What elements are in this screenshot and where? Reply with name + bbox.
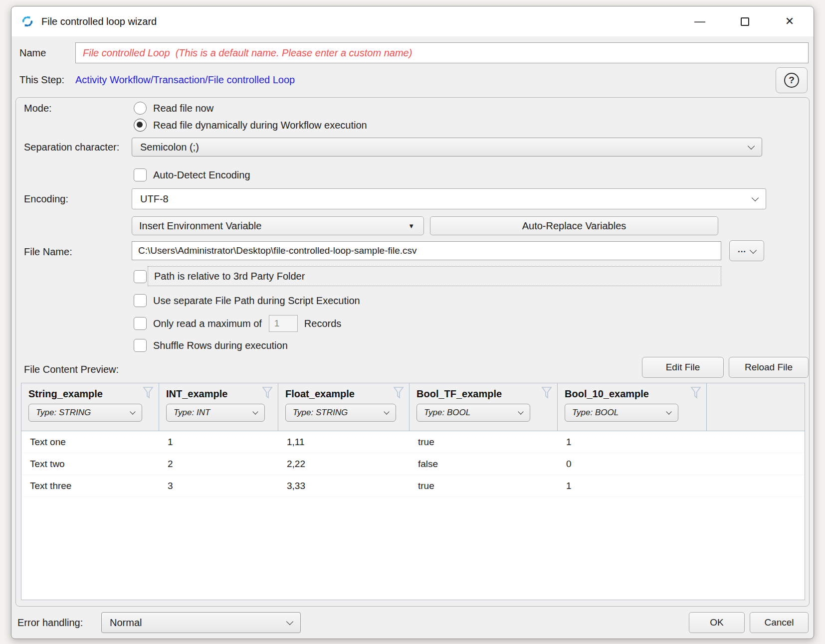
step-path-link[interactable]: Activity Workflow/Transaction/File contr… xyxy=(75,74,295,86)
close-icon: ✕ xyxy=(785,15,794,28)
error-handling-label: Error handling: xyxy=(17,617,101,629)
minimize-button[interactable]: — xyxy=(684,10,716,32)
chevron-down-icon xyxy=(752,194,759,201)
filter-icon[interactable] xyxy=(393,386,404,399)
window-controls: — ✕ xyxy=(684,10,806,32)
titlebar: File controlled loop wizard — ✕ xyxy=(11,6,814,36)
file-name-input[interactable] xyxy=(132,241,721,260)
shuffle-rows-checkbox[interactable]: Shuffle Rows during execution xyxy=(134,339,288,352)
table-row[interactable]: Text two 2 2,22 false 0 xyxy=(21,453,805,475)
auto-replace-variables-button[interactable]: Auto-Replace Variables xyxy=(430,216,718,235)
separate-path-checkbox[interactable]: Use separate File Path during Script Exe… xyxy=(134,294,360,307)
column-type-select[interactable]: Type: STRING xyxy=(285,404,396,422)
table-body: Text one 1 1,11 true 1 Text two 2 2,22 f… xyxy=(21,431,805,600)
max-records-input[interactable] xyxy=(269,315,298,332)
window-title: File controlled loop wizard xyxy=(41,16,157,27)
help-icon: ? xyxy=(784,73,799,88)
separation-character-label: Separation character: xyxy=(24,142,119,153)
close-button[interactable]: ✕ xyxy=(774,10,806,32)
loop-icon xyxy=(20,14,34,28)
settings-groupbox: Mode: Read file now Read file dynamicall… xyxy=(15,97,810,607)
chevron-down-icon xyxy=(748,142,755,149)
path-relative-checkbox[interactable] xyxy=(134,270,147,283)
this-step-row: This Step: Activity Workflow/Transaction… xyxy=(19,68,809,91)
browse-file-button[interactable]: ... xyxy=(729,240,764,261)
filter-icon[interactable] xyxy=(541,386,552,399)
checkbox-icon xyxy=(134,294,147,307)
radio-selected-icon xyxy=(134,119,147,132)
reload-file-button[interactable]: Reload File xyxy=(729,357,809,378)
column-header-float-example[interactable]: Float_example Type: STRING xyxy=(278,383,410,431)
column-header-empty xyxy=(707,383,805,431)
checkbox-icon xyxy=(134,339,147,352)
column-header-bool-10-example[interactable]: Bool_10_example Type: BOOL xyxy=(558,383,707,431)
minimize-icon: — xyxy=(694,15,705,28)
encoding-label: Encoding: xyxy=(24,193,68,205)
edit-file-button[interactable]: Edit File xyxy=(642,357,724,378)
radio-icon xyxy=(134,102,147,115)
column-type-select[interactable]: Type: BOOL xyxy=(416,404,530,422)
ellipsis-icon: ... xyxy=(738,245,746,255)
cancel-button[interactable]: Cancel xyxy=(750,612,809,633)
name-label: Name xyxy=(19,47,75,59)
filter-icon[interactable] xyxy=(690,386,701,399)
max-records-row: Only read a maximum of Records xyxy=(134,314,341,333)
file-content-preview-label: File Content Preview: xyxy=(24,364,119,375)
encoding-combobox[interactable]: UTF-8 xyxy=(132,188,766,209)
name-input[interactable] xyxy=(75,42,809,63)
error-handling-select[interactable]: Normal xyxy=(101,612,301,633)
chevron-down-icon xyxy=(130,409,135,414)
maximize-button[interactable] xyxy=(729,10,761,32)
mode-radio-group: Read file now Read file dynamically duri… xyxy=(134,100,367,134)
chevron-down-icon xyxy=(286,618,293,625)
maximize-icon xyxy=(741,17,749,26)
column-header-string-example[interactable]: String_example Type: STRING xyxy=(21,383,159,431)
filter-icon[interactable] xyxy=(262,386,273,399)
chevron-down-icon xyxy=(750,247,757,254)
file-content-preview-table: String_example Type: STRING INT_example … xyxy=(21,383,805,600)
column-type-select[interactable]: Type: INT xyxy=(166,404,265,422)
separation-character-select[interactable]: Semicolon (;) xyxy=(132,138,762,157)
radio-read-file-now[interactable]: Read file now xyxy=(134,100,367,117)
column-type-select[interactable]: Type: STRING xyxy=(28,404,142,422)
mode-label: Mode: xyxy=(24,103,52,114)
chevron-down-icon xyxy=(384,409,389,414)
max-records-checkbox[interactable] xyxy=(134,317,147,330)
table-row[interactable]: Text three 3 3,33 true 1 xyxy=(21,475,805,497)
checkbox-icon xyxy=(134,168,147,181)
column-type-select[interactable]: Type: BOOL xyxy=(565,404,678,422)
help-button[interactable]: ? xyxy=(776,67,808,93)
file-name-label: File Name: xyxy=(24,246,72,258)
table-row[interactable]: Text one 1 1,11 true 1 xyxy=(21,431,805,453)
chevron-down-icon xyxy=(666,409,671,414)
chevron-down-icon xyxy=(518,409,523,414)
chevron-down-icon xyxy=(252,409,258,414)
column-header-bool-tf-example[interactable]: Bool_TF_example Type: BOOL xyxy=(410,383,558,431)
file-controlled-loop-wizard-dialog: File controlled loop wizard — ✕ Name Thi… xyxy=(11,6,814,639)
footer: Error handling: Normal OK Cancel xyxy=(17,612,809,634)
path-relative-focus-box: Path is relative to 3rd Party Folder xyxy=(148,266,721,286)
radio-read-dynamically[interactable]: Read file dynamically during Workflow ex… xyxy=(134,117,367,134)
this-step-label: This Step: xyxy=(19,74,75,86)
dropdown-arrow-icon: ▼ xyxy=(408,222,414,230)
table-header: String_example Type: STRING INT_example … xyxy=(21,383,805,431)
insert-environment-variable-button[interactable]: Insert Environment Variable ▼ xyxy=(132,216,424,235)
name-row: Name xyxy=(19,42,809,63)
auto-detect-encoding-checkbox[interactable]: Auto-Detect Encoding xyxy=(134,168,250,181)
ok-button[interactable]: OK xyxy=(689,612,745,633)
filter-icon[interactable] xyxy=(143,386,154,399)
column-header-int-example[interactable]: INT_example Type: INT xyxy=(159,383,278,431)
